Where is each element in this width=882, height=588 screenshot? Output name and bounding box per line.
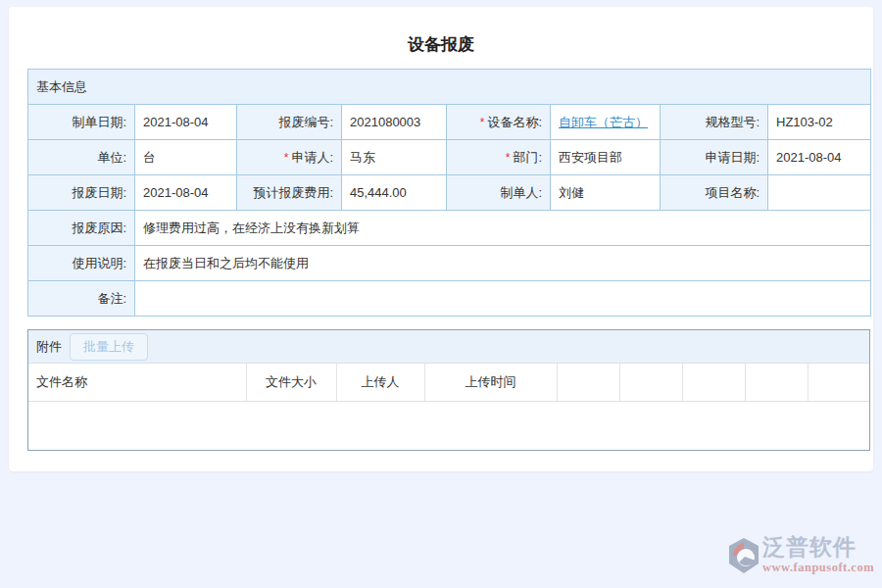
label-text: 预计报废费用: — [253, 185, 333, 200]
value-create-date: 2021-08-04 — [135, 105, 237, 140]
label-text: 设备名称: — [487, 115, 542, 129]
vendor-website: www.fanpusoft.com — [762, 561, 874, 575]
label-equipment-name: *设备名称: — [447, 105, 551, 140]
column-empty — [682, 364, 745, 402]
label-text: 报废编号: — [278, 115, 333, 129]
label-scrap-reason: 报废原因: — [28, 211, 135, 246]
attachments-table: 文件名称 文件大小 上传人 上传时间 — [28, 364, 869, 402]
fanpu-logo-icon — [727, 537, 760, 574]
basic-info-table: 基本信息 制单日期: 2021-08-04 报废编号: 2021080003 *… — [27, 69, 871, 317]
label-text: 制单日期: — [72, 115, 126, 129]
value-scrap-no: 2021080003 — [342, 105, 447, 140]
vendor-name: 泛普软件 — [762, 535, 874, 561]
table-row: 单位: 台 *申请人: 马东 *部门: 西安项目部 申请日期: 2021-08-… — [28, 140, 871, 175]
attachments-section: 附件 批量上传 文件名称 文件大小 上传人 上传时间 — [27, 329, 870, 451]
column-file-name: 文件名称 — [28, 364, 246, 402]
value-creator: 刘健 — [551, 175, 661, 211]
required-asterisk: * — [506, 151, 511, 165]
table-row: 制单日期: 2021-08-04 报废编号: 2021080003 *设备名称:… — [28, 105, 871, 140]
table-row: 使用说明: 在报废当日和之后均不能使用 — [28, 246, 871, 281]
attachments-section-title: 附件 — [36, 338, 62, 356]
value-applicant: 马东 — [342, 140, 447, 175]
table-row: 备注: — [28, 281, 871, 317]
value-department: 西安项目部 — [551, 140, 661, 175]
attachments-header-row: 文件名称 文件大小 上传人 上传时间 — [28, 364, 869, 402]
label-department: *部门: — [447, 140, 551, 175]
section-header-row: 基本信息 — [28, 70, 871, 105]
table-row: 报废日期: 2021-08-04 预计报废费用: 45,444.00 制单人: … — [28, 175, 871, 211]
label-text: 申请人: — [291, 150, 333, 165]
column-upload-time: 上传时间 — [424, 364, 557, 402]
attachments-header: 附件 批量上传 — [28, 330, 869, 364]
value-unit: 台 — [135, 140, 237, 175]
label-spec-model: 规格型号: — [661, 105, 768, 140]
label-text: 规格型号: — [705, 115, 760, 129]
label-text: 报废原因: — [72, 220, 126, 235]
table-row: 报废原因: 修理费用过高，在经济上没有换新划算 — [28, 211, 871, 246]
column-file-size: 文件大小 — [246, 364, 336, 402]
attachments-empty-body — [28, 402, 869, 450]
column-empty — [619, 364, 682, 402]
required-asterisk: * — [284, 151, 289, 165]
label-text: 申请日期: — [705, 150, 760, 165]
basic-info-section: 基本信息 制单日期: 2021-08-04 报废编号: 2021080003 *… — [27, 69, 855, 317]
label-applicant: *申请人: — [237, 140, 342, 175]
vendor-text: 泛普软件 www.fanpusoft.com — [762, 535, 874, 575]
value-equipment-name: 自卸车（芒古） — [551, 105, 661, 140]
label-scrap-date: 报废日期: — [28, 175, 135, 211]
label-usage-note: 使用说明: — [28, 246, 135, 281]
label-text: 使用说明: — [72, 256, 126, 270]
basic-info-section-title: 基本信息 — [28, 70, 871, 105]
value-apply-date: 2021-08-04 — [768, 140, 871, 175]
label-text: 单位: — [97, 150, 126, 165]
label-text: 制单人: — [500, 185, 542, 200]
label-unit: 单位: — [28, 140, 135, 175]
label-create-date: 制单日期: — [28, 105, 135, 140]
column-uploader: 上传人 — [336, 364, 424, 402]
label-text: 备注: — [97, 291, 126, 306]
label-scrap-no: 报废编号: — [237, 105, 342, 140]
label-text: 部门: — [513, 150, 542, 165]
value-spec-model: HZ103-02 — [768, 105, 871, 140]
value-remarks — [135, 281, 871, 317]
label-text: 报废日期: — [72, 185, 126, 200]
value-scrap-reason: 修理费用过高，在经济上没有换新划算 — [135, 211, 871, 246]
column-empty — [745, 364, 808, 402]
label-estimated-scrap-cost: 预计报废费用: — [237, 175, 342, 211]
batch-upload-button[interactable]: 批量上传 — [70, 333, 148, 361]
required-asterisk: * — [480, 116, 485, 129]
form-card: 设备报废 基本信息 制单日期: 2021-08-04 报废编号: 2021080… — [9, 7, 873, 471]
equipment-name-link[interactable]: 自卸车（芒古） — [559, 115, 648, 129]
value-estimated-scrap-cost: 45,444.00 — [342, 175, 447, 211]
label-text: 项目名称: — [705, 185, 760, 200]
value-usage-note: 在报废当日和之后均不能使用 — [135, 246, 871, 281]
value-scrap-date: 2021-08-04 — [135, 175, 237, 211]
label-project-name: 项目名称: — [661, 175, 768, 211]
page-title: 设备报废 — [9, 7, 873, 55]
label-remarks: 备注: — [28, 281, 135, 317]
label-creator: 制单人: — [447, 175, 551, 211]
column-empty — [557, 364, 619, 402]
value-project-name — [768, 175, 871, 211]
vendor-watermark: 泛普软件 www.fanpusoft.com — [727, 535, 874, 580]
label-apply-date: 申请日期: — [661, 140, 768, 175]
column-empty — [808, 364, 869, 402]
